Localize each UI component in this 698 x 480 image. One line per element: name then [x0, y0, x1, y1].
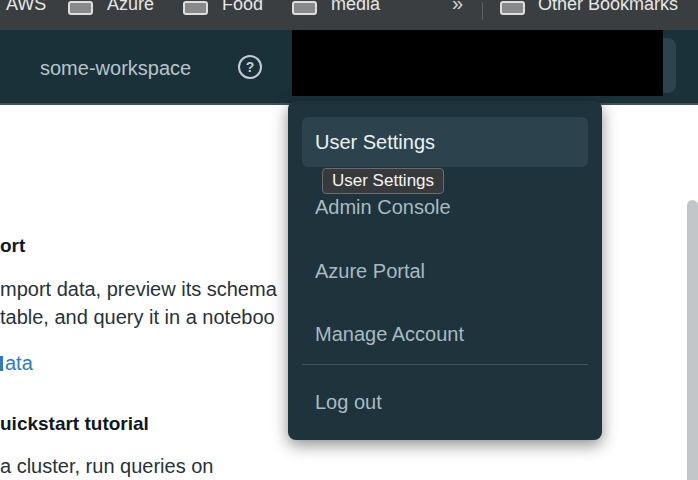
app-header: some-workspace ? — [0, 30, 698, 105]
account-menu: User Settings User Settings Admin Consol… — [288, 101, 602, 440]
page-heading-fragment: ort — [0, 234, 25, 258]
bookmark-item-food[interactable]: Food — [222, 0, 263, 13]
bookmark-item-aws[interactable]: AWS — [6, 0, 46, 13]
menu-item-log-out[interactable]: Log out — [302, 377, 588, 427]
menu-divider — [302, 364, 588, 365]
page-link-fragment[interactable]: ata — [0, 351, 33, 375]
menu-item-label: Admin Console — [315, 196, 451, 219]
menu-item-label: Log out — [315, 391, 382, 414]
page-link-text[interactable]: ata — [5, 352, 33, 374]
bookmark-folder-icon — [183, 1, 208, 15]
bookmark-item-azure[interactable]: Azure — [107, 0, 154, 13]
bookmark-folder-icon — [292, 1, 317, 15]
scrollbar-thumb[interactable] — [687, 200, 698, 480]
workspace-name[interactable]: some-workspace — [40, 57, 191, 79]
help-icon[interactable]: ? — [238, 55, 262, 79]
tooltip: User Settings — [322, 168, 444, 194]
bookmarks-overflow-chevron-icon[interactable]: » — [452, 0, 463, 13]
menu-item-label: Manage Account — [315, 323, 464, 346]
bookmarks-divider — [482, 2, 483, 20]
page-paragraph-fragment: a cluster, run queries on — [0, 454, 213, 478]
scrollbar-track[interactable] — [687, 103, 698, 480]
menu-item-user-settings[interactable]: User Settings — [302, 117, 588, 167]
menu-item-label: User Settings — [315, 131, 435, 154]
menu-item-manage-account[interactable]: Manage Account — [302, 309, 588, 359]
bookmark-folder-icon — [500, 1, 525, 15]
page-heading-fragment: uickstart tutorial — [0, 412, 149, 436]
page-paragraph-fragment: table, and query it in a noteboo — [0, 305, 275, 329]
redaction-overlay — [292, 29, 663, 96]
menu-item-label: Azure Portal — [315, 260, 425, 283]
bookmarks-bar: AWS Azure Food media » Other Bookmarks — [0, 0, 698, 30]
page-paragraph-fragment: mport data, preview its schema — [0, 277, 277, 301]
other-bookmarks-button[interactable]: Other Bookmarks — [538, 0, 678, 13]
bookmark-folder-icon — [68, 1, 93, 15]
menu-item-azure-portal[interactable]: Azure Portal — [302, 246, 588, 296]
clipped-letter-stroke — [0, 356, 3, 371]
bookmark-item-media[interactable]: media — [331, 0, 380, 13]
